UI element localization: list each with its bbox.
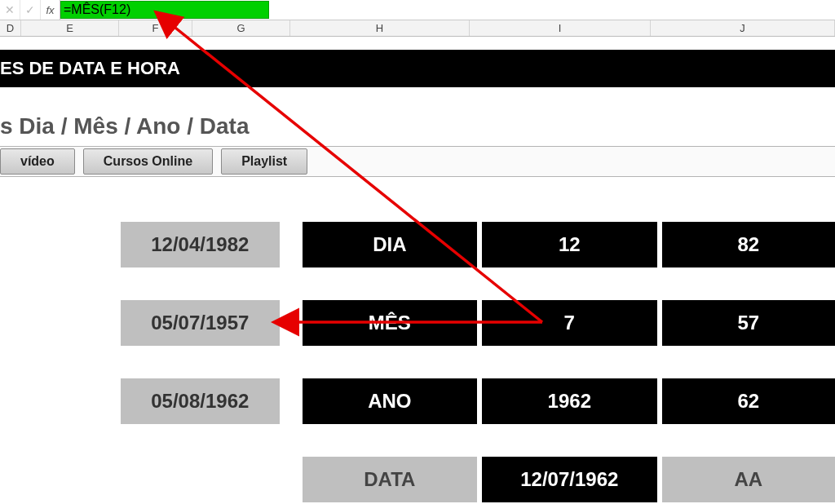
column-header[interactable]: H <box>290 20 470 36</box>
tab-row: vídeo Cursos Online Playlist <box>0 146 835 177</box>
cell-date-3[interactable]: 05/08/1962 <box>121 378 280 424</box>
sheet-area: ES DE DATA E HORA s Dia / Mês / Ano / Da… <box>0 37 835 504</box>
tab-video[interactable]: vídeo <box>0 148 75 175</box>
column-header[interactable]: I <box>470 20 651 36</box>
formula-bar: ✕ ✓ fx =MÊS(F12) <box>0 0 835 20</box>
cell-label-data[interactable]: DATA <box>303 457 477 502</box>
tab-playlist[interactable]: Playlist <box>221 148 307 175</box>
table-row: 12/04/1982 DIA 12 82 <box>0 222 835 267</box>
column-header[interactable]: E <box>21 20 119 36</box>
column-header-row: DEFGHIJ <box>0 20 835 37</box>
cancel-icon[interactable]: ✕ <box>0 0 20 20</box>
column-header[interactable]: D <box>0 20 21 36</box>
cell-label-mes[interactable]: MÊS <box>303 300 477 346</box>
formula-input[interactable]: =MÊS(F12) <box>60 0 835 20</box>
formula-text: =MÊS(F12) <box>60 0 130 20</box>
page-title: ES DE DATA E HORA <box>0 50 835 87</box>
tab-cursos[interactable]: Cursos Online <box>83 148 213 175</box>
fx-icon[interactable]: fx <box>41 0 60 20</box>
cell-empty <box>121 457 280 502</box>
cell-val-dia-2[interactable]: 82 <box>662 222 835 267</box>
column-header[interactable]: J <box>651 20 835 36</box>
cell-date-1[interactable]: 12/04/1982 <box>121 222 280 267</box>
column-header[interactable]: F <box>119 20 192 36</box>
cell-label-ano[interactable]: ANO <box>303 378 477 424</box>
cell-val-mes-1[interactable]: 7 <box>482 300 656 346</box>
data-grid: 12/04/1982 DIA 12 82 05/07/1957 MÊS 7 57… <box>0 222 835 502</box>
table-row: 05/08/1962 ANO 1962 62 <box>0 378 835 424</box>
cell-val-mes-2[interactable]: 57 <box>662 300 835 346</box>
accept-icon[interactable]: ✓ <box>20 0 41 20</box>
table-row: 05/07/1957 MÊS 7 57 <box>0 300 835 346</box>
cell-val-ano-1[interactable]: 1962 <box>482 378 656 424</box>
section-heading: s Dia / Mês / Ano / Data <box>0 113 835 139</box>
cell-val-dia-1[interactable]: 12 <box>482 222 656 267</box>
column-header[interactable]: G <box>192 20 290 36</box>
cell-val-ano-2[interactable]: 62 <box>662 378 835 424</box>
cell-label-dia[interactable]: DIA <box>303 222 477 267</box>
cell-date-2[interactable]: 05/07/1957 <box>121 300 280 346</box>
cell-val-data-2[interactable]: AA <box>662 457 835 502</box>
table-row: DATA 12/07/1962 AA <box>0 457 835 502</box>
cell-val-data-1[interactable]: 12/07/1962 <box>482 457 656 502</box>
